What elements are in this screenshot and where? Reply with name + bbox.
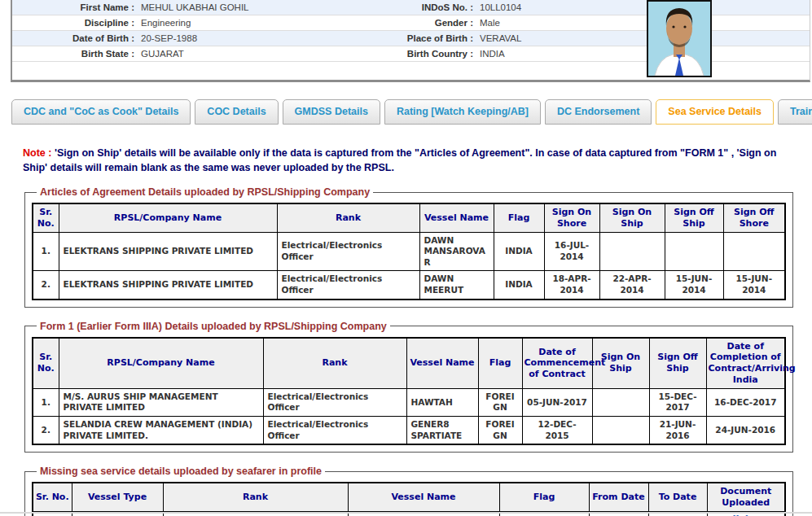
table-cell: GENER8 SPARTIATE (406, 416, 478, 444)
missing-sea-service-table: Sr. No. Vessel Type Rank Vessel Name Fla… (32, 482, 786, 516)
tab-rating-watch-keeping-ab[interactable]: Rating [Watch Keeping/AB] (384, 99, 541, 125)
date-of-birth-value: 20-SEP-1988 (141, 31, 330, 46)
column-header: Vessel Name (419, 203, 494, 232)
table-row: 2. SELANDIA CREW MANAGEMENT (INDIA) PRIV… (33, 416, 785, 444)
table-cell: M/S. AURUS SHIP MANAGEMENT PRIVATE LIMIT… (59, 388, 263, 416)
place-of-birth-label: Place of Birth : (336, 31, 473, 46)
tab-coc-details[interactable]: COC Details (195, 99, 278, 125)
header-row: Sr. No. Vessel Type Rank Vessel Name Fla… (33, 483, 785, 511)
table-cell: SELANDIA CREW MANAGEMENT (INDIA) PRIVATE… (59, 416, 263, 444)
missing-sea-service-section: Missing sea service details uploaded by … (24, 466, 793, 516)
form1-table: Sr. No. RPSL/Company Name Rank Vessel Na… (32, 337, 786, 446)
table-cell: Electrical/Electronics Officer (277, 232, 419, 271)
table-cell: 1. (33, 388, 59, 416)
form1-legend: Form 1 (Earlier Form IIIA) Details uploa… (37, 321, 390, 332)
gender-value: Male (480, 15, 651, 31)
table-cell (723, 232, 785, 271)
table-cell: Electrical/Electronics Officer (263, 416, 406, 444)
discipline-value: Engineering (141, 15, 330, 31)
table-cell: 16-DEC-2017 (706, 388, 785, 416)
table-cell: 24-JUN-2016 (706, 416, 785, 444)
sea-service-tab-panel: Note : 'Sign on Ship' details will be av… (11, 137, 801, 516)
column-header: Sign Off Ship (649, 338, 706, 389)
column-header: Flag (494, 203, 544, 232)
table-cell: DAWN MEERUT (419, 271, 494, 300)
table-cell: FOREIGN (478, 388, 522, 416)
column-header: Sign On Ship (599, 203, 665, 232)
first-name-value: MEHUL UKABHAI GOHIL (141, 0, 330, 15)
column-header: Sr. No. (33, 338, 59, 389)
header-row: Sr. No. RPSL/Company Name Rank Vessel Na… (33, 203, 785, 232)
table-cell: ELEKTRANS SHIPPING PRIVATE LIMITED (59, 232, 277, 271)
table-cell: 2. (33, 416, 59, 444)
tab-sea-service-details[interactable]: Sea Service Details (656, 99, 774, 125)
table-cell (592, 416, 649, 444)
birth-state-value: GUJARAT (141, 46, 330, 62)
tab-dc-endorsement[interactable]: DC Endorsement (545, 99, 652, 125)
first-name-label: First Name : (12, 0, 134, 15)
birth-country-label: Birth Country : (336, 46, 473, 62)
column-header: Sr. No. (33, 483, 72, 511)
column-header: Vessel Name (406, 338, 478, 389)
column-header: Vessel Type (72, 483, 163, 511)
column-header: Sign On Ship (592, 338, 649, 389)
tab-gmdss-details[interactable]: GMDSS Details (283, 99, 380, 125)
column-header: Rank (277, 203, 419, 232)
column-header: Vessel Name (348, 483, 499, 511)
indos-no-label: INDoS No. : (336, 0, 473, 15)
column-header: Date of Commencement of Contract (522, 338, 592, 389)
column-header: Flag (499, 483, 589, 511)
table-cell: 21-JUN-2016 (649, 416, 706, 444)
tab-training-details[interactable]: Training Details (778, 99, 812, 125)
table-cell: 2. (33, 271, 59, 300)
column-header: Rank (263, 338, 406, 389)
table-cell (599, 232, 665, 271)
column-header: Sign Off Ship (665, 203, 723, 232)
column-header: Date of Completion of Contract/Arriving … (706, 338, 785, 389)
missing-sea-service-legend: Missing sea service details uploaded by … (37, 466, 325, 477)
discipline-label: Discipline : (12, 15, 134, 31)
column-header: Sign Off Shore (723, 203, 785, 232)
table-cell: 15-JUN-2014 (723, 271, 785, 300)
column-header: To Date (648, 483, 707, 511)
table-cell: INDIA (494, 232, 544, 271)
person-portrait-icon (648, 2, 710, 76)
column-header: RPSL/Company Name (59, 338, 263, 389)
seafarer-photo (647, 0, 712, 77)
column-header: Sr. No. (33, 203, 59, 232)
table-cell: Electrical/Electronics Officer (263, 388, 406, 416)
table-cell (592, 388, 649, 416)
birth-country-value: INDIA (480, 46, 651, 62)
table-cell: Electrical/Electronics Officer (277, 271, 419, 300)
indos-no-value: 10LL0104 (480, 0, 651, 15)
header-row: Sr. No. RPSL/Company Name Rank Vessel Na… (33, 338, 785, 389)
table-row: 1. ELEKTRANS SHIPPING PRIVATE LIMITED El… (33, 232, 785, 271)
table-cell: 1. (33, 232, 59, 271)
tab-cdc-coc-as-cook-details[interactable]: CDC and "CoC as Cook" Details (11, 99, 191, 125)
articles-of-agreement-section: Articles of Agreement Details uploaded b… (24, 186, 793, 308)
table-cell: 12-DEC-2015 (522, 416, 592, 444)
table-cell: 22-APR-2014 (599, 271, 665, 300)
table-cell: 15-DEC-2017 (649, 388, 706, 416)
table-cell (665, 232, 723, 271)
table-cell: INDIA (494, 271, 544, 300)
column-header: RPSL/Company Name (59, 203, 277, 232)
table-cell: 05-JUN-2017 (522, 388, 592, 416)
articles-of-agreement-legend: Articles of Agreement Details uploaded b… (37, 186, 373, 198)
note-text: Note : 'Sign on Ship' details will be av… (23, 146, 789, 175)
form1-section: Form 1 (Earlier Form IIIA) Details uploa… (24, 321, 793, 453)
table-cell: 16-JUL-2014 (544, 232, 599, 271)
birth-state-label: Birth State : (12, 46, 134, 62)
place-of-birth-value: VERAVAL (480, 31, 651, 46)
column-header: Flag (478, 338, 522, 389)
column-header: From Date (589, 483, 648, 511)
table-cell: ELEKTRANS SHIPPING PRIVATE LIMITED (59, 271, 277, 300)
table-row: 1. M/S. AURUS SHIP MANAGEMENT PRIVATE LI… (33, 388, 785, 416)
table-cell: HAWTAH (406, 388, 478, 416)
note-body: 'Sign on Ship' details will be available… (23, 147, 776, 173)
table-cell: FOREIGN (478, 416, 522, 444)
detail-tabs: CDC and "CoC as Cook" Details COC Detail… (11, 99, 812, 125)
table-row: 2. ELEKTRANS SHIPPING PRIVATE LIMITED El… (33, 271, 785, 300)
column-header: Sign On Shore (544, 203, 599, 232)
column-header: Document Uploaded (707, 483, 785, 511)
